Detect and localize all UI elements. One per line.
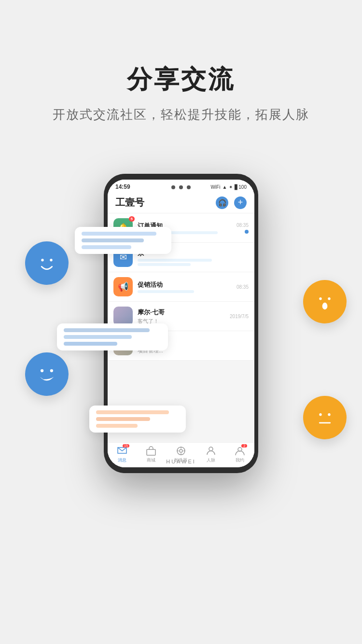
avatar-4: [113, 307, 133, 326]
nav-item-network[interactable]: 人脉: [206, 446, 216, 463]
svg-point-8: [312, 289, 337, 314]
bubble-line-2-2: [64, 335, 132, 339]
sub-title: 开放式交流社区，轻松提升技能，拓展人脉: [0, 106, 362, 123]
smiley-surprised-icon: [312, 289, 338, 315]
chat-preview-2: [138, 259, 212, 262]
chat-name-3: 促销活动: [138, 280, 232, 289]
bubble-line-2-1: [64, 328, 150, 332]
bubble-line-2-3: [64, 342, 117, 346]
smiley-neutral-icon: [312, 405, 338, 431]
svg-point-5: [34, 251, 59, 276]
emoji-face-laugh: [25, 352, 69, 396]
smiley-laugh-icon: [34, 361, 60, 387]
chat-meta-3: 08:35: [237, 284, 249, 290]
svg-point-17: [328, 413, 330, 416]
chat-content-4: 摩尔·七哥 客气了！: [138, 308, 225, 325]
chat-meta-1: 08:35: [237, 223, 249, 234]
nav-label-mine: 我约: [236, 457, 244, 463]
bubble-line-3-2: [96, 417, 150, 421]
app-header: 工壹号 🎧 +: [108, 192, 254, 213]
nav-item-messages[interactable]: 15 消息: [117, 446, 127, 463]
svg-rect-0: [147, 449, 155, 455]
nav-icon-shop: [146, 446, 156, 456]
chat-preview-3: [138, 290, 194, 293]
svg-point-2: [180, 449, 182, 452]
bubble-line-3-1: [96, 410, 169, 414]
bubble-line-1-2: [82, 238, 144, 242]
page-header: 分享交流 开放式交流社区，轻松提升技能，拓展人脉: [0, 0, 362, 123]
avatar-3: 📢: [113, 277, 133, 296]
svg-point-15: [312, 405, 337, 430]
wifi-icon: WiFi: [210, 184, 220, 190]
emoji-face-surprised: [303, 280, 347, 323]
nav-item-shop[interactable]: 商城: [146, 446, 156, 463]
chat-name-4: 摩尔·七哥: [138, 308, 225, 317]
status-icons: WiFi ▲ ✦ ▊100: [210, 184, 247, 190]
badge-1: 5: [129, 216, 135, 222]
svg-point-3: [209, 447, 213, 451]
unread-dot-1: [245, 230, 249, 234]
chat-bubble-1: [75, 227, 171, 254]
svg-point-13: [41, 369, 43, 372]
nav-icon-maker: [176, 446, 186, 456]
svg-point-9: [319, 297, 321, 300]
chat-bubble-2: [57, 323, 168, 350]
header-icons: 🎧 +: [216, 196, 247, 209]
nav-label-shop: 商城: [147, 457, 155, 463]
svg-point-7: [50, 259, 52, 261]
status-time: 14:59: [115, 183, 130, 190]
svg-point-11: [322, 303, 328, 309]
nav-icon-mine: 2: [235, 446, 245, 456]
svg-point-10: [328, 297, 330, 300]
emoji-face-neutral: [303, 396, 347, 439]
app-title: 工壹号: [115, 196, 144, 209]
svg-point-16: [319, 413, 321, 416]
smiley-happy-icon: [34, 250, 60, 276]
bubble-line-1-3: [82, 245, 131, 249]
nav-label-messages: 消息: [118, 457, 126, 463]
chat-time-4: 2019/7/5: [230, 314, 249, 319]
main-title: 分享交流: [0, 63, 362, 97]
chat-bubble-3: [89, 406, 186, 433]
chat-time-1: 08:35: [237, 223, 249, 228]
bubble-line-1-1: [82, 232, 156, 236]
huawei-brand: HUAWEI: [166, 459, 196, 464]
battery-icon: ▊100: [235, 184, 247, 190]
nav-item-mine[interactable]: 2 我约: [235, 446, 245, 463]
nav-badge-mine: 2: [241, 444, 247, 448]
chat-content-3: 促销活动: [138, 280, 232, 293]
emoji-face-happy: [25, 241, 69, 285]
nav-icon-messages: 15: [117, 446, 127, 456]
bubble-line-3-3: [96, 424, 138, 428]
page-container: 分享交流 开放式交流社区，轻松提升技能，拓展人脉 14:59 WiFi: [0, 0, 362, 644]
headset-icon[interactable]: 🎧: [216, 196, 228, 209]
svg-point-12: [34, 362, 59, 387]
nav-label-network: 人脉: [207, 457, 215, 463]
chat-time-3: 08:35: [237, 284, 249, 290]
nav-icon-network: [206, 446, 216, 456]
chat-preview-2b: [138, 263, 191, 266]
bluetooth-icon: ✦: [229, 184, 233, 190]
signal-icon: ▲: [222, 184, 227, 190]
add-icon[interactable]: +: [234, 196, 247, 209]
phone-speaker: [171, 185, 191, 189]
chat-item-3[interactable]: 📢 促销活动 08:35: [108, 272, 254, 302]
chat-meta-4: 2019/7/5: [230, 314, 249, 319]
svg-point-14: [50, 369, 53, 372]
svg-point-6: [41, 259, 43, 261]
nav-badge-messages: 15: [123, 444, 129, 448]
